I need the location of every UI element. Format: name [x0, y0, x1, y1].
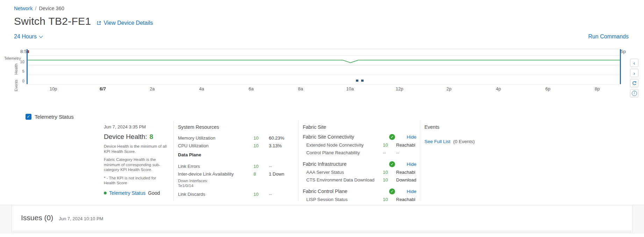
refresh-icon: [632, 81, 637, 86]
device-health-score-line: Device Health:8: [104, 133, 169, 141]
kpi-value: 1 Down: [269, 171, 293, 177]
run-commands-link[interactable]: Run Commands: [588, 34, 629, 40]
fabric-group-label: Fabric Control Plane: [303, 188, 389, 194]
timeline-chart: 8:55p 8:55p Telemetry Health Events 10 5…: [0, 49, 644, 101]
kpi-subnote: Down Interfaces:Te1/0/14: [178, 178, 293, 188]
view-device-details-label: View Device Details: [103, 20, 153, 26]
x-tick: 4a: [199, 86, 204, 91]
kpi-score: --: [383, 150, 396, 155]
kpi-label: AAA Server Status: [306, 170, 383, 175]
info-icon: i: [632, 91, 637, 96]
kpi-score: 10: [253, 192, 269, 197]
kpi-row: Memory Utilization1060.23%: [178, 134, 293, 142]
kpi-score: 8: [253, 171, 269, 177]
kpi-row: Control Plane Reachability----: [303, 149, 416, 156]
health-line-svg: [27, 49, 621, 84]
y-tick-0: 0: [0, 79, 24, 83]
kpi-value: Reachabl: [396, 142, 416, 148]
kpi-label: Link Discards: [178, 192, 253, 197]
health-note-2: Fabric Category Health is the minimum of…: [104, 157, 169, 172]
x-tick: 10p: [50, 86, 57, 91]
chevron-right-icon: ›: [634, 71, 635, 76]
x-axis: 10p6/72a4a6a8a10a12p2p4p6p8p: [27, 86, 621, 94]
kpi-score: 10: [253, 164, 269, 169]
fabric-group-header: Fabric Control Plane✓Hide: [303, 187, 416, 195]
hide-link[interactable]: Hide: [407, 134, 416, 140]
events-count: (0 Events): [453, 139, 475, 144]
info-button[interactable]: i: [630, 89, 638, 97]
chevron-down-icon: [39, 34, 43, 38]
issues-header: Issues (0) Jun 7, 2024 10:10 PM: [12, 205, 632, 222]
fabric-group-label: Fabric Site Connectivity: [303, 134, 389, 140]
status-good-icon: ✓: [389, 188, 395, 194]
kpi-score: 10: [383, 197, 396, 201]
range-handle-start[interactable]: [27, 49, 28, 84]
timeline-plot[interactable]: [27, 49, 621, 84]
x-tick: 4p: [496, 86, 501, 91]
status-good-icon: ✓: [389, 134, 395, 140]
hide-link[interactable]: Hide: [407, 162, 416, 167]
kpi-value: --: [269, 192, 293, 197]
kpi-score: 10: [253, 143, 269, 148]
y-tick-5: 5: [0, 69, 24, 73]
kpi-row: CPU Utilization103.13%: [178, 142, 293, 149]
kpi-label: Memory Utilization: [178, 135, 253, 141]
external-link-icon: [96, 21, 101, 25]
events-title: Events: [424, 124, 644, 130]
issues-section: Issues (0) Jun 7, 2024 10:10 PM: [0, 205, 644, 234]
fabric-site-title: Fabric Site: [303, 124, 416, 130]
data-plane-title: Data Plane: [178, 152, 293, 157]
kpi-label: CTS Environment Data Download: [306, 177, 383, 183]
health-line: [27, 60, 621, 63]
view-device-details-link[interactable]: View Device Details: [96, 20, 153, 26]
device-health-label: Device Health:: [104, 133, 147, 140]
x-tick: 10a: [346, 86, 354, 91]
fabric-group-header: Fabric Infrastructure✓Hide: [303, 160, 416, 168]
kpi-row: LISP Session Status10Reachabl: [303, 195, 416, 201]
x-tick: 2p: [446, 86, 451, 91]
pan-right-button[interactable]: ›: [630, 69, 638, 77]
events-panel: Events See Full List (0 Events): [420, 121, 644, 201]
refresh-button[interactable]: [630, 79, 638, 87]
kpi-value: Download: [396, 177, 416, 183]
status-good-icon: ✓: [389, 161, 395, 167]
hide-link[interactable]: Hide: [407, 189, 416, 194]
device-health-value: 8: [150, 133, 153, 140]
controls-row: 24 Hours Run Commands: [0, 34, 644, 40]
kpi-label: Extended Node Connectivity: [306, 142, 383, 148]
y-tick-10: 10: [0, 60, 24, 64]
kpi-value: 3.13%: [269, 143, 293, 148]
kpi-row: AAA Server Status10Reachabl: [303, 168, 416, 176]
kpi-score: 10: [383, 177, 396, 183]
time-range-label: 24 Hours: [14, 34, 37, 40]
events-link-row: See Full List (0 Events): [424, 139, 644, 144]
page-title: Switch TB2-FE1: [14, 15, 91, 27]
health-note-3: * - The KPI is not included for Health S…: [104, 176, 169, 186]
system-resources-title: System Resources: [178, 124, 293, 130]
kpi-value: 60.23%: [269, 135, 293, 141]
pan-left-button[interactable]: ‹: [630, 59, 638, 67]
kpi-value: Reachabl: [396, 197, 416, 201]
telemetry-status-link[interactable]: Telemetry Status: [109, 190, 145, 196]
fabric-groups: Fabric Site Connectivity✓HideExtended No…: [303, 133, 416, 201]
breadcrumb-separator: /: [35, 6, 36, 11]
x-tick: 8p: [595, 86, 600, 91]
kpi-score: 10: [383, 142, 396, 148]
issues-title: Issues (0): [21, 214, 53, 222]
see-full-list-link[interactable]: See Full List: [424, 139, 450, 144]
time-range-dropdown[interactable]: 24 Hours: [14, 34, 42, 40]
x-tick: 6p: [545, 86, 550, 91]
breadcrumb-current: Device 360: [39, 6, 64, 11]
telemetry-status-checkbox[interactable]: ✓: [26, 114, 31, 120]
range-handle-end[interactable]: [620, 49, 621, 84]
issues-card: Issues (0) Jun 7, 2024 10:10 PM: [12, 205, 632, 234]
kpi-label: Inter-device Link Availability: [178, 171, 253, 177]
status-dot-icon: [104, 192, 107, 194]
kpi-label: Control Plane Reachability: [306, 150, 383, 155]
kpi-label: LISP Session Status: [306, 197, 383, 201]
kpi-label: CPU Utilization: [178, 143, 253, 148]
breadcrumb-network-link[interactable]: Network: [14, 6, 33, 11]
system-resources-panel: System Resources Memory Utilization1060.…: [173, 121, 298, 201]
kpi-score: 10: [253, 135, 269, 141]
kpi-label: Link Errors: [178, 164, 253, 169]
